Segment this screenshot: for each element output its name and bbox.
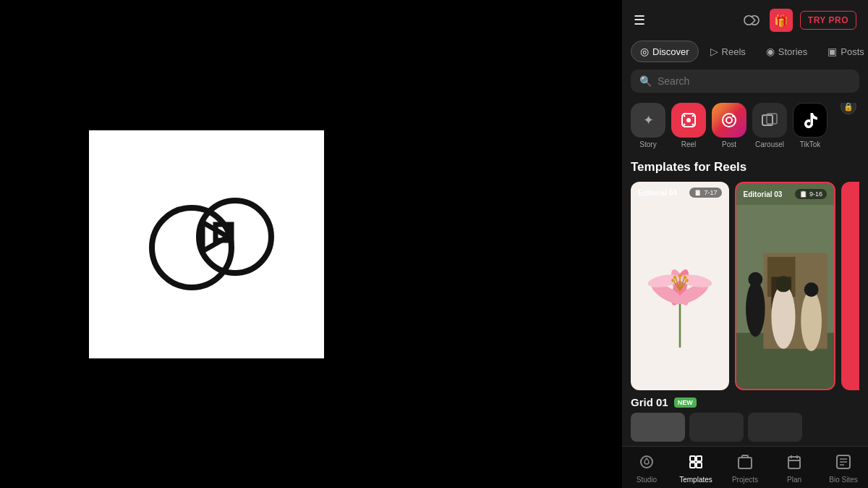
bio-sites-nav-icon — [835, 454, 851, 474]
svg-rect-46 — [697, 463, 702, 468]
app-panel: ☰ 🎁 TRY PRO ◎ Discover ▷ Reels ◉ Stories… — [622, 0, 868, 488]
mini-card-2[interactable] — [689, 413, 744, 442]
template-badge-2: 📋 9-16 — [795, 189, 827, 199]
hamburger-menu-icon[interactable]: ☰ — [634, 12, 645, 28]
bottom-nav: Studio Templates Projects — [622, 446, 868, 488]
svg-point-8 — [692, 124, 694, 126]
brand-logo-icon — [741, 13, 762, 28]
tab-stories[interactable]: ◉ Stories — [757, 41, 816, 62]
svg-point-30 — [685, 279, 688, 282]
posts-icon: ▣ — [827, 46, 837, 57]
overflow-card — [841, 182, 859, 390]
svg-rect-43 — [690, 456, 695, 461]
search-bar: 🔍 — [631, 70, 859, 93]
grid-section-title: Grid 01 — [631, 396, 668, 408]
svg-point-40 — [801, 290, 822, 351]
svg-point-7 — [684, 124, 686, 126]
reels-icon: ▷ — [710, 46, 718, 57]
search-icon: 🔍 — [639, 75, 652, 87]
template-header-2: Editorial 03 📋 9-16 — [736, 183, 835, 205]
people-illustration — [736, 205, 835, 389]
svg-point-11 — [732, 115, 734, 117]
plan-nav-icon — [786, 454, 802, 474]
nav-tabs-container: ◎ Discover ▷ Reels ◉ Stories ▣ Posts — [622, 41, 868, 62]
stories-icon: ◉ — [766, 46, 775, 57]
svg-rect-48 — [788, 457, 800, 468]
nav-bio-sites[interactable]: Bio Sites — [819, 454, 868, 484]
svg-point-26 — [684, 276, 686, 279]
svg-point-4 — [686, 118, 691, 122]
svg-point-24 — [678, 274, 681, 277]
app-logo — [134, 172, 278, 316]
templates-grid: Editorial 04 📋 7-17 — [622, 182, 868, 390]
category-carousel[interactable]: Carousel — [752, 103, 787, 148]
grid-strip — [622, 408, 868, 446]
studio-nav-icon — [639, 454, 655, 474]
template-card-editorial-03[interactable]: Editorial 03 📋 9-16 — [735, 182, 836, 390]
lily-illustration — [640, 246, 720, 348]
tab-posts[interactable]: ▣ Posts — [819, 41, 868, 62]
header: ☰ 🎁 TRY PRO — [622, 0, 868, 41]
svg-point-37 — [748, 272, 762, 287]
projects-nav-icon — [737, 454, 753, 474]
canvas-area — [89, 130, 324, 358]
svg-point-38 — [771, 285, 795, 348]
header-right-controls: 🎁 TRY PRO — [741, 9, 856, 32]
svg-point-36 — [746, 281, 765, 337]
tab-discover[interactable]: ◎ Discover — [631, 41, 699, 62]
new-badge: NEW — [674, 397, 697, 408]
svg-point-41 — [804, 282, 818, 297]
template-card-editorial-04[interactable]: Editorial 04 📋 7-17 — [631, 182, 729, 390]
grid-section: Grid 01 NEW — [622, 390, 868, 408]
category-tiktok[interactable]: TikTok — [793, 103, 827, 148]
mini-card-1[interactable] — [631, 413, 685, 442]
svg-rect-47 — [739, 458, 752, 468]
nav-templates[interactable]: Templates — [671, 454, 720, 484]
templates-section-title: Templates for Reels — [622, 160, 868, 174]
svg-point-1 — [199, 201, 271, 273]
nav-projects[interactable]: Projects — [720, 454, 770, 484]
svg-point-10 — [726, 117, 732, 123]
left-canvas-panel — [0, 0, 412, 488]
reel-button[interactable] — [671, 103, 706, 138]
category-post[interactable]: Post — [712, 103, 746, 148]
nav-studio[interactable]: Studio — [622, 454, 671, 484]
nav-plan[interactable]: Plan — [770, 454, 819, 484]
category-row: 🔒 ✦ Story Reel — [622, 103, 868, 148]
search-input[interactable] — [658, 75, 851, 87]
svg-point-28 — [671, 279, 674, 282]
post-button[interactable] — [712, 103, 746, 138]
story-button[interactable]: ✦ — [631, 103, 665, 138]
svg-point-5 — [684, 115, 686, 117]
svg-point-0 — [152, 208, 231, 287]
svg-rect-45 — [690, 463, 695, 468]
tab-reels[interactable]: ▷ Reels — [702, 41, 754, 62]
template-badge-1: 📋 7-17 — [689, 188, 721, 198]
templates-nav-icon — [688, 454, 704, 474]
gift-button[interactable]: 🎁 — [770, 9, 793, 32]
discover-icon: ◎ — [640, 46, 649, 57]
svg-point-22 — [673, 276, 676, 279]
svg-point-6 — [692, 115, 694, 117]
category-story[interactable]: ✦ Story — [631, 103, 665, 148]
tiktok-button[interactable] — [793, 103, 827, 138]
lock-badge: 🔒 — [841, 103, 856, 114]
mini-card-3[interactable] — [748, 413, 802, 442]
carousel-button[interactable] — [752, 103, 787, 138]
svg-point-39 — [775, 276, 791, 292]
try-pro-button[interactable]: TRY PRO — [800, 11, 856, 30]
template-header-1: Editorial 04 📋 7-17 — [631, 182, 729, 203]
svg-rect-44 — [697, 456, 702, 461]
category-reel[interactable]: Reel — [671, 103, 706, 148]
